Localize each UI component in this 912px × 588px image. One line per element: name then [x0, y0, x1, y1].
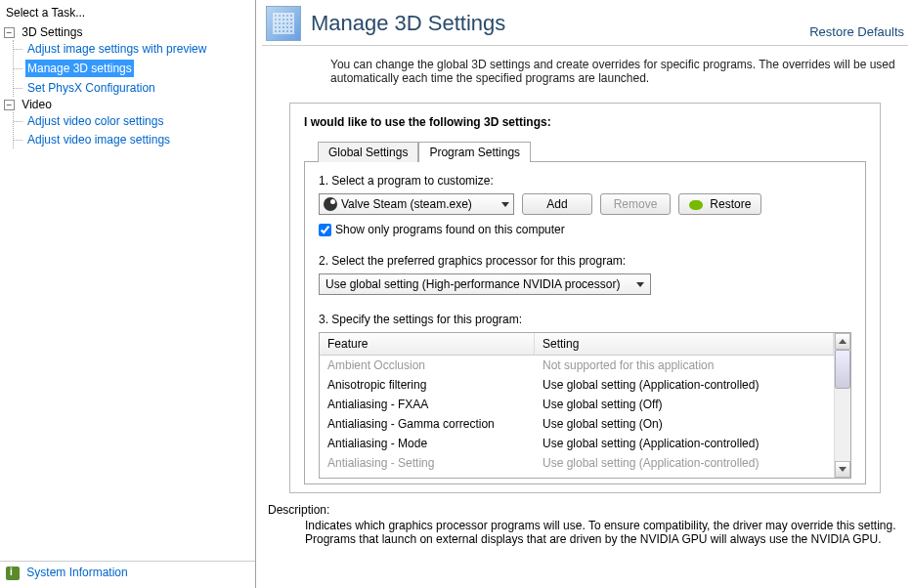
table-row[interactable]: Anisotropic filteringUse global setting …: [320, 375, 834, 395]
step2-label: 2. Select the preferred graphics process…: [319, 254, 851, 268]
page-title: Manage 3D Settings: [311, 11, 809, 36]
table-row[interactable]: Antialiasing - SettingUse global setting…: [320, 453, 834, 473]
col-feature[interactable]: Feature: [320, 333, 535, 355]
intro-text: You can change the global 3D settings an…: [262, 46, 908, 95]
description-section: Description: Indicates which graphics pr…: [262, 493, 908, 546]
tree-group-video[interactable]: Video: [22, 98, 51, 111]
nav-set-physx[interactable]: Set PhysX Configuration: [25, 79, 255, 97]
table-row[interactable]: Antialiasing - Gamma correctionUse globa…: [320, 414, 834, 434]
steam-icon: [324, 197, 337, 211]
settings-panel: I would like to use the following 3D set…: [289, 103, 881, 493]
system-info-icon: [6, 567, 20, 580]
cell-feature: Antialiasing - Mode: [327, 437, 543, 450]
add-button[interactable]: Add: [522, 193, 592, 215]
gpu-select-value: Use global setting (High-performance NVI…: [326, 277, 620, 291]
tab-global-settings[interactable]: Global Settings: [318, 142, 418, 162]
cell-setting: Use global setting (Application-controll…: [543, 437, 826, 450]
sidebar: Select a Task... − 3D Settings Adjust im…: [0, 0, 256, 588]
arrow-up-icon: [839, 339, 847, 344]
nav-tree: − 3D Settings Adjust image settings with…: [0, 25, 255, 561]
step3-label: 3. Specify the settings for this program…: [319, 313, 851, 326]
table-row[interactable]: Antialiasing - ModeUse global setting (A…: [320, 434, 834, 453]
nav-manage-3d-settings[interactable]: Manage 3D settings: [25, 60, 134, 77]
main-content: Manage 3D Settings Restore Defaults You …: [256, 0, 912, 588]
scroll-track[interactable]: [835, 350, 850, 461]
system-information-link[interactable]: System Information: [0, 561, 255, 584]
cell-setting: Use global setting (Application-controll…: [543, 456, 826, 470]
system-info-label: System Information: [26, 566, 127, 579]
restore-button[interactable]: Restore: [678, 193, 761, 215]
description-body: Indicates which graphics processor progr…: [268, 519, 902, 546]
description-title: Description:: [268, 503, 902, 517]
tab-body: 1. Select a program to customize: Valve …: [304, 161, 866, 484]
header-3d-icon: [266, 6, 301, 41]
col-setting[interactable]: Setting: [535, 333, 834, 355]
show-only-label: Show only programs found on this compute…: [335, 223, 565, 236]
cell-setting: Use global setting (On): [543, 417, 826, 431]
tree-toggle-video[interactable]: −: [4, 100, 15, 110]
cell-setting: Use global setting (Off): [543, 398, 826, 411]
chevron-down-icon: [501, 202, 509, 207]
scroll-up-button[interactable]: [835, 333, 850, 350]
table-row[interactable]: Ambient OcclusionNot supported for this …: [320, 356, 834, 375]
cell-setting: Use global setting (Application-controll…: [543, 378, 826, 392]
cell-feature: Ambient Occlusion: [327, 358, 543, 372]
tree-toggle-3d[interactable]: −: [4, 27, 15, 38]
scroll-down-button[interactable]: [835, 461, 850, 478]
cell-feature: Antialiasing - Setting: [327, 456, 543, 470]
scroll-thumb[interactable]: [835, 350, 850, 389]
cell-setting: Not supported for this application: [543, 358, 826, 372]
tabs: Global Settings Program Settings: [318, 141, 866, 161]
step1-label: 1. Select a program to customize:: [319, 174, 851, 188]
nav-adjust-video-color[interactable]: Adjust video color settings: [25, 112, 255, 130]
show-only-checkbox[interactable]: [319, 224, 331, 236]
program-select[interactable]: Valve Steam (steam.exe): [319, 193, 514, 215]
nvidia-icon: [689, 200, 703, 210]
gpu-select[interactable]: Use global setting (High-performance NVI…: [319, 273, 651, 295]
tree-group-3d[interactable]: 3D Settings: [22, 25, 82, 39]
chevron-down-icon: [636, 282, 644, 287]
nav-adjust-video-image[interactable]: Adjust video image settings: [25, 131, 255, 148]
cell-feature: Antialiasing - FXAA: [327, 398, 543, 411]
settings-table: Feature Setting Ambient OcclusionNot sup…: [319, 332, 851, 479]
restore-defaults-link[interactable]: Restore Defaults: [809, 24, 904, 41]
page-header: Manage 3D Settings Restore Defaults: [262, 0, 908, 46]
nav-adjust-image-preview[interactable]: Adjust image settings with preview: [25, 40, 255, 58]
cell-feature: Antialiasing - Gamma correction: [327, 417, 543, 431]
sidebar-title: Select a Task...: [0, 4, 255, 25]
restore-button-label: Restore: [710, 197, 751, 211]
table-row[interactable]: Antialiasing - FXAAUse global setting (O…: [320, 395, 834, 414]
scrollbar[interactable]: [834, 333, 850, 478]
cell-feature: Anisotropic filtering: [327, 378, 543, 392]
remove-button[interactable]: Remove: [600, 193, 671, 215]
program-select-value: Valve Steam (steam.exe): [341, 197, 472, 211]
tab-program-settings[interactable]: Program Settings: [418, 142, 531, 162]
panel-heading: I would like to use the following 3D set…: [304, 115, 866, 129]
arrow-down-icon: [839, 467, 847, 472]
